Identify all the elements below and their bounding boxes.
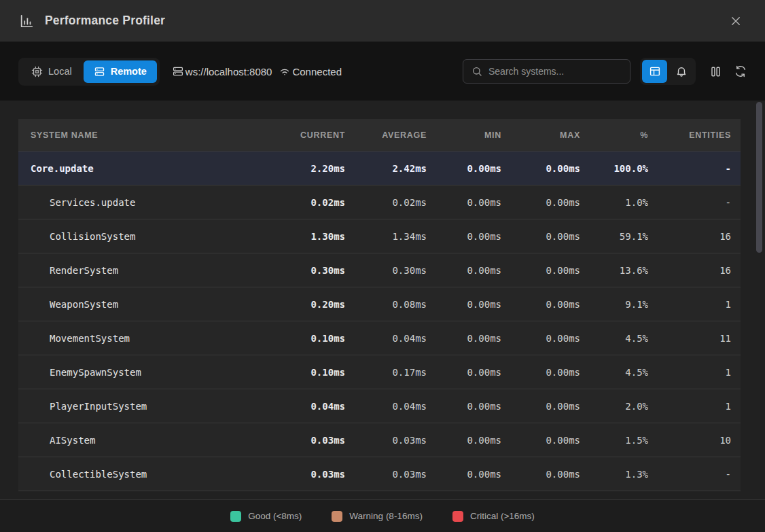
close-icon xyxy=(730,15,742,27)
current-cell: 0.10ms xyxy=(277,333,355,344)
server-icon xyxy=(172,65,184,77)
entities-cell: 1 xyxy=(658,367,741,378)
legend-label: Warning (8-16ms) xyxy=(349,511,423,521)
average-cell: 0.04ms xyxy=(355,333,436,344)
connection-status: Connected xyxy=(292,66,342,77)
titlebar: Performance Profiler xyxy=(0,0,765,42)
column-header-entities[interactable]: ENTITIES xyxy=(658,130,741,140)
entities-cell: 1 xyxy=(658,299,741,310)
entities-cell: - xyxy=(658,469,741,480)
remote-mode-button[interactable]: Remote xyxy=(84,60,157,83)
systems-table: SYSTEM NAME CURRENT AVERAGE MIN MAX % EN… xyxy=(18,119,741,491)
max-cell: 0.00ms xyxy=(511,299,590,310)
column-header-current[interactable]: CURRENT xyxy=(277,130,355,140)
max-cell: 0.00ms xyxy=(511,401,590,412)
connection-mode-group: Local Remote xyxy=(18,58,160,86)
table-row[interactable]: AISystem 0.03ms 0.03ms 0.00ms 0.00ms 1.5… xyxy=(18,423,741,457)
pause-button[interactable] xyxy=(709,65,722,78)
average-cell: 0.04ms xyxy=(355,401,436,412)
average-cell: 0.03ms xyxy=(355,435,436,446)
column-header-system-name[interactable]: SYSTEM NAME xyxy=(18,130,277,140)
max-cell: 0.00ms xyxy=(511,469,590,480)
min-cell: 0.00ms xyxy=(436,231,511,242)
refresh-icon xyxy=(734,65,747,77)
max-cell: 0.00ms xyxy=(511,197,590,208)
column-header-min[interactable]: MIN xyxy=(436,130,511,140)
percent-cell: 1.5% xyxy=(590,435,658,446)
connection-info: ws://localhost:8080 Connected xyxy=(172,65,342,77)
percent-cell: 1.3% xyxy=(590,469,658,480)
max-cell: 0.00ms xyxy=(511,163,590,174)
search-icon xyxy=(472,66,482,77)
table-row[interactable]: EnemySpawnSystem 0.10ms 0.17ms 0.00ms 0.… xyxy=(18,355,741,389)
entities-cell: - xyxy=(658,197,741,208)
min-cell: 0.00ms xyxy=(436,401,511,412)
column-header-percent[interactable]: % xyxy=(590,130,658,140)
percent-cell: 1.0% xyxy=(590,197,658,208)
table-row[interactable]: Core.update 2.20ms 2.42ms 0.00ms 0.00ms … xyxy=(18,152,741,185)
current-cell: 0.20ms xyxy=(277,299,355,310)
table-row[interactable]: RenderSystem 0.30ms 0.30ms 0.00ms 0.00ms… xyxy=(18,253,741,287)
system-name-cell: PlayerInputSystem xyxy=(18,401,277,412)
current-cell: 0.04ms xyxy=(277,401,355,412)
column-header-average[interactable]: AVERAGE xyxy=(355,130,436,140)
legend-item: Warning (8-16ms) xyxy=(332,511,423,522)
table-view-button[interactable] xyxy=(642,60,667,83)
table-row[interactable]: Services.update 0.02ms 0.02ms 0.00ms 0.0… xyxy=(18,185,741,219)
min-cell: 0.00ms xyxy=(436,197,511,208)
min-cell: 0.00ms xyxy=(436,265,511,276)
entities-cell: 10 xyxy=(658,435,741,446)
local-mode-button[interactable]: Local xyxy=(21,60,82,83)
close-button[interactable] xyxy=(726,11,746,31)
table-row[interactable]: MovementSystem 0.10ms 0.04ms 0.00ms 0.00… xyxy=(18,321,741,355)
system-name-cell: RenderSystem xyxy=(18,265,277,276)
server-icon xyxy=(94,66,105,77)
alerts-button[interactable] xyxy=(669,60,694,83)
legend-label: Good (<8ms) xyxy=(248,511,302,521)
table-row[interactable]: CollectibleSystem 0.03ms 0.03ms 0.00ms 0… xyxy=(18,457,741,491)
current-cell: 0.03ms xyxy=(277,469,355,480)
current-cell: 0.03ms xyxy=(277,435,355,446)
search-input[interactable] xyxy=(488,66,622,77)
current-cell: 0.02ms xyxy=(277,197,355,208)
percent-cell: 59.1% xyxy=(590,231,658,242)
table-icon xyxy=(649,65,661,77)
refresh-button[interactable] xyxy=(734,65,747,77)
legend-item: Critical (>16ms) xyxy=(452,511,535,522)
legend-color-swatch xyxy=(452,511,463,522)
column-header-max[interactable]: MAX xyxy=(511,130,590,140)
system-name-cell: Services.update xyxy=(18,197,277,208)
min-cell: 0.00ms xyxy=(436,163,511,174)
current-cell: 2.20ms xyxy=(277,163,355,174)
table-row[interactable]: WeaponSystem 0.20ms 0.08ms 0.00ms 0.00ms… xyxy=(18,287,741,321)
max-cell: 0.00ms xyxy=(511,367,590,378)
table-header-row: SYSTEM NAME CURRENT AVERAGE MIN MAX % EN… xyxy=(18,119,741,152)
percent-cell: 4.5% xyxy=(590,333,658,344)
legend-footer: Good (<8ms) Warning (8-16ms) Critical (>… xyxy=(0,499,765,532)
table-row[interactable]: CollisionSystem 1.30ms 1.34ms 0.00ms 0.0… xyxy=(18,219,741,253)
average-cell: 0.03ms xyxy=(355,469,436,480)
max-cell: 0.00ms xyxy=(511,231,590,242)
table-row[interactable]: PlayerInputSystem 0.04ms 0.04ms 0.00ms 0… xyxy=(18,389,741,423)
average-cell: 2.42ms xyxy=(355,163,436,174)
min-cell: 0.00ms xyxy=(436,367,511,378)
pause-icon xyxy=(709,65,722,78)
average-cell: 0.02ms xyxy=(355,197,436,208)
system-name-cell: EnemySpawnSystem xyxy=(18,367,277,378)
max-cell: 0.00ms xyxy=(511,435,590,446)
min-cell: 0.00ms xyxy=(436,333,511,344)
system-name-cell: CollectibleSystem xyxy=(18,469,277,480)
performance-profiler-window: Performance Profiler Local xyxy=(0,0,765,532)
average-cell: 0.30ms xyxy=(355,265,436,276)
percent-cell: 2.0% xyxy=(590,401,658,412)
system-name-cell: WeaponSystem xyxy=(18,299,277,310)
vertical-scrollbar-thumb[interactable] xyxy=(756,102,762,253)
toolbar: Local Remote xyxy=(0,42,765,101)
endpoint-url: ws://localhost:8080 xyxy=(185,66,272,77)
average-cell: 0.17ms xyxy=(355,367,436,378)
local-mode-label: Local xyxy=(48,66,72,77)
bell-icon xyxy=(675,65,688,77)
min-cell: 0.00ms xyxy=(436,299,511,310)
entities-cell: 16 xyxy=(658,231,741,242)
current-cell: 0.30ms xyxy=(277,265,355,276)
